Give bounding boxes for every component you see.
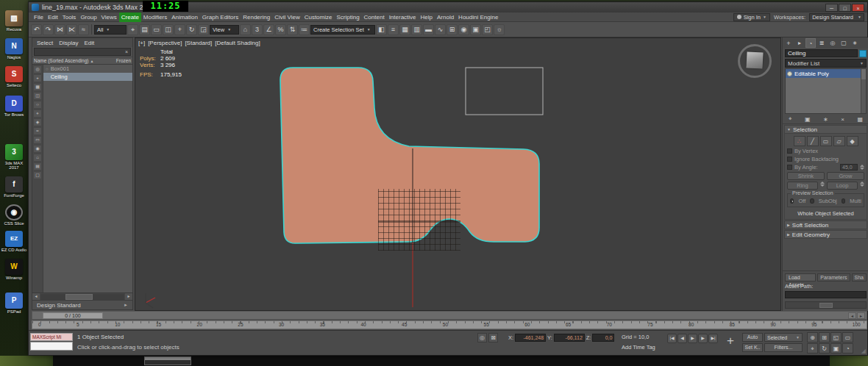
angle-value-field[interactable]: 45,0 bbox=[840, 164, 858, 171]
tab-shader[interactable]: Sha bbox=[852, 273, 867, 281]
explorer-search-input[interactable]: × bbox=[34, 48, 131, 56]
desktop-icon-image[interactable]: D bbox=[5, 96, 23, 112]
toolbar-icon[interactable]: ∠ bbox=[263, 24, 274, 35]
explorer-horizontal-scrollbar[interactable]: ◄ ► bbox=[32, 293, 132, 300]
explorer-filter-icon[interactable]: ≈ bbox=[33, 127, 42, 135]
desktop-icon-image[interactable]: EZ bbox=[5, 231, 23, 247]
explorer-filter-icon[interactable]: ⌂ bbox=[33, 154, 42, 162]
clear-search-icon[interactable]: × bbox=[125, 49, 128, 54]
preview-off-radio[interactable] bbox=[790, 198, 794, 204]
toolbar-icon[interactable]: % bbox=[275, 24, 286, 35]
desktop-icon[interactable]: f FontForge bbox=[1, 176, 27, 198]
track-bar[interactable]: 0510152025303540455055606570758085909510… bbox=[32, 320, 867, 329]
angle-spinner[interactable] bbox=[860, 165, 864, 170]
workspace-bar[interactable]: Design Standard ► bbox=[32, 300, 132, 309]
toolbar-icon[interactable]: ↷ bbox=[43, 24, 54, 35]
shrink-button[interactable]: Shrink bbox=[787, 172, 825, 180]
stack-toolbar-icon[interactable]: ▦ bbox=[857, 116, 863, 123]
by-vertex-checkbox[interactable] bbox=[787, 148, 792, 154]
explorer-filter-icon[interactable]: ◉ bbox=[33, 145, 42, 153]
playback-button[interactable]: ▶ bbox=[688, 334, 697, 343]
workspace-dropdown[interactable]: Design Standard ▼ bbox=[809, 13, 864, 21]
desktop-icon[interactable]: 3 3ds MAX 2017 bbox=[1, 144, 27, 170]
menu-create[interactable]: Create bbox=[119, 12, 141, 22]
loop-spinner[interactable] bbox=[860, 182, 864, 190]
add-panel-icon[interactable]: + bbox=[784, 40, 793, 47]
polygon-icon[interactable]: ▱ bbox=[833, 136, 845, 146]
desktop-icon-image[interactable]: P bbox=[5, 293, 23, 309]
desktop-icon-image[interactable]: N bbox=[5, 38, 23, 54]
toolbar-icon[interactable]: + bbox=[174, 24, 185, 35]
toolbar-icon[interactable]: ≈ bbox=[78, 24, 89, 35]
desktop-icon-image[interactable]: S bbox=[5, 66, 23, 82]
viewport-nav-icon[interactable]: ⌖ bbox=[807, 343, 818, 354]
soft-selection-rollout-header[interactable]: ▶ Soft Selection bbox=[784, 220, 867, 229]
desktop-icon[interactable]: D Tor Brows bbox=[1, 96, 27, 117]
maxscript-mini-listener[interactable]: MAXScript Mi bbox=[30, 333, 73, 341]
toolbar-icon[interactable]: ▭ bbox=[151, 24, 162, 35]
explorer-filter-icon[interactable]: ◎ bbox=[33, 65, 42, 73]
menu-rendering[interactable]: Rendering bbox=[241, 12, 272, 22]
menu-help[interactable]: Help bbox=[419, 12, 435, 22]
toolbar-icon[interactable]: ↶ bbox=[31, 24, 42, 35]
by-angle-checkbox[interactable] bbox=[787, 165, 792, 170]
explorer-filter-icon[interactable]: ☼ bbox=[33, 101, 42, 109]
explorer-menu-display[interactable]: Display bbox=[59, 40, 78, 46]
scrollbar-track[interactable] bbox=[40, 294, 124, 300]
toolbar-icon[interactable]: ⋈ bbox=[54, 24, 65, 35]
panel-tab[interactable]: ▸ bbox=[794, 38, 805, 48]
z-coordinate-field[interactable]: 0,0 bbox=[592, 334, 614, 342]
menu-animation[interactable]: Animation bbox=[169, 12, 200, 22]
scroll-left-icon[interactable]: ◄ bbox=[32, 293, 40, 300]
key-selection-dropdown[interactable]: Selected ▼ bbox=[764, 333, 803, 342]
resize-grip-icon[interactable]: ◢ bbox=[861, 348, 866, 354]
viewport-nav-icon[interactable]: ▭ bbox=[842, 332, 853, 342]
set-key-button[interactable]: Set K.. bbox=[742, 343, 763, 352]
panel-tab[interactable]: ▢ bbox=[839, 38, 849, 48]
status-toggle-icon[interactable]: ⊠ bbox=[488, 333, 498, 342]
scrollbar-thumb[interactable] bbox=[65, 294, 92, 300]
viewport-nav-icon[interactable]: ⊞ bbox=[819, 332, 830, 342]
viewport-nav-icon[interactable]: ◱ bbox=[830, 332, 842, 342]
toolbar-icon[interactable]: ◲ bbox=[198, 24, 209, 35]
menu-graph-editors[interactable]: Graph Editors bbox=[200, 12, 241, 22]
modifier-stack[interactable]: Editable Poly bbox=[785, 68, 867, 114]
preview-multi-radio[interactable] bbox=[842, 198, 845, 204]
toolbar-icon[interactable]: ⌂ bbox=[240, 24, 251, 35]
viewport-menu-standard[interactable]: [Standard] bbox=[185, 40, 212, 46]
menu-edit[interactable]: Edit bbox=[46, 12, 60, 22]
ring-spinner[interactable] bbox=[820, 182, 825, 190]
scrollbar-thumb[interactable] bbox=[861, 69, 866, 79]
explorer-menu-edit[interactable]: Edit bbox=[84, 40, 94, 46]
taskbar-window-preview[interactable] bbox=[144, 356, 191, 365]
playback-button[interactable]: ◀ bbox=[677, 334, 687, 343]
panel-tab[interactable]: ◔ bbox=[805, 38, 816, 48]
previous-frame-mini-button[interactable]: ◄ bbox=[848, 312, 856, 319]
stack-toolbar-icon[interactable]: ▣ bbox=[805, 116, 811, 123]
menu-arnold[interactable]: Arnold bbox=[435, 12, 456, 22]
viewport-nav-icon[interactable]: ◔ bbox=[842, 343, 853, 354]
explorer-filter-icon[interactable]: ◈ bbox=[33, 118, 42, 126]
named-selection-set-field[interactable]: Create Selection Set ▼ bbox=[310, 25, 375, 35]
sign-in-button[interactable]: Sign In ▼ bbox=[733, 13, 770, 21]
time-slider-handle[interactable]: 0 / 100 bbox=[43, 312, 103, 319]
asset-path-field[interactable] bbox=[785, 291, 867, 298]
toolbar-icon[interactable]: ▣ bbox=[470, 24, 481, 35]
expand-arrow-icon[interactable]: ► bbox=[124, 303, 128, 307]
ignore-backfacing-checkbox[interactable] bbox=[787, 157, 792, 162]
toolbar-icon[interactable]: ↻ bbox=[186, 24, 197, 35]
stack-toolbar-icon[interactable]: ⌖ bbox=[789, 115, 792, 123]
auto-key-button[interactable]: Auto bbox=[742, 333, 763, 342]
toolbar-icon[interactable]: 3 bbox=[252, 24, 263, 35]
toolbar-icon[interactable]: ⊞ bbox=[447, 24, 458, 35]
desktop-icon[interactable]: ▨ Recuva bbox=[1, 10, 27, 32]
preview-subobj-radio[interactable] bbox=[810, 198, 814, 204]
explorer-menu-select[interactable]: Select bbox=[37, 40, 53, 46]
playback-button[interactable]: ▶ bbox=[698, 334, 708, 343]
border-icon[interactable]: ▭ bbox=[820, 136, 832, 146]
stack-toolbar-icon[interactable]: × bbox=[841, 116, 844, 123]
menu-civil-view[interactable]: Civil View bbox=[272, 12, 302, 22]
panel-tab[interactable]: ≣ bbox=[817, 38, 827, 48]
menu-scripting[interactable]: Scripting bbox=[334, 12, 361, 22]
viewport-nav-icon[interactable]: ▣ bbox=[830, 343, 842, 354]
